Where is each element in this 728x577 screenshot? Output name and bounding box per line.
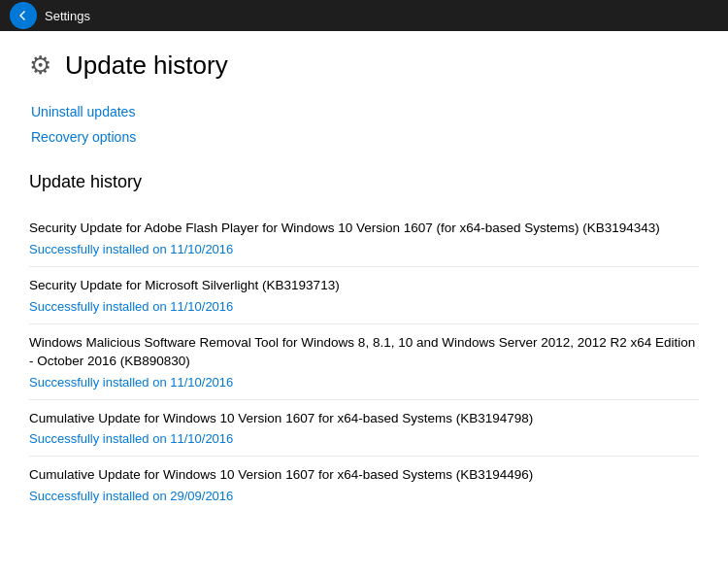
update-item: Security Update for Adobe Flash Player f… (29, 210, 699, 267)
page-header: ⚙ Update history (29, 51, 699, 81)
section-title: Update history (29, 172, 699, 192)
update-name: Cumulative Update for Windows 10 Version… (29, 410, 699, 428)
recovery-options-link[interactable]: Recovery options (31, 129, 699, 145)
uninstall-updates-link[interactable]: Uninstall updates (31, 104, 699, 119)
update-name: Security Update for Microsoft Silverligh… (29, 277, 699, 295)
update-status[interactable]: Successfully installed on 11/10/2016 (29, 431, 699, 446)
update-item: Cumulative Update for Windows 10 Version… (29, 400, 699, 458)
update-status[interactable]: Successfully installed on 11/10/2016 (29, 375, 699, 390)
update-item: Windows Malicious Software Removal Tool … (29, 324, 699, 400)
update-name: Cumulative Update for Windows 10 Version… (29, 466, 699, 485)
links-section: Uninstall updates Recovery options (29, 104, 699, 145)
page-title: Update history (65, 51, 228, 81)
title-bar: Settings (0, 0, 728, 31)
update-item: Cumulative Update for Windows 10 Version… (29, 457, 699, 513)
settings-icon: ⚙ (29, 51, 51, 81)
update-status[interactable]: Successfully installed on 11/10/2016 (29, 242, 699, 256)
update-status[interactable]: Successfully installed on 11/10/2016 (29, 299, 699, 314)
update-item: Security Update for Microsoft Silverligh… (29, 267, 699, 324)
back-button[interactable] (10, 2, 37, 29)
update-status[interactable]: Successfully installed on 29/09/2016 (29, 489, 699, 503)
update-list: Security Update for Adobe Flash Player f… (29, 210, 699, 513)
main-content: ⚙ Update history Uninstall updates Recov… (0, 31, 728, 577)
svg-marker-0 (19, 11, 25, 20)
update-name: Security Update for Adobe Flash Player f… (29, 220, 699, 238)
update-name: Windows Malicious Software Removal Tool … (29, 334, 699, 371)
app-title: Settings (45, 9, 90, 23)
